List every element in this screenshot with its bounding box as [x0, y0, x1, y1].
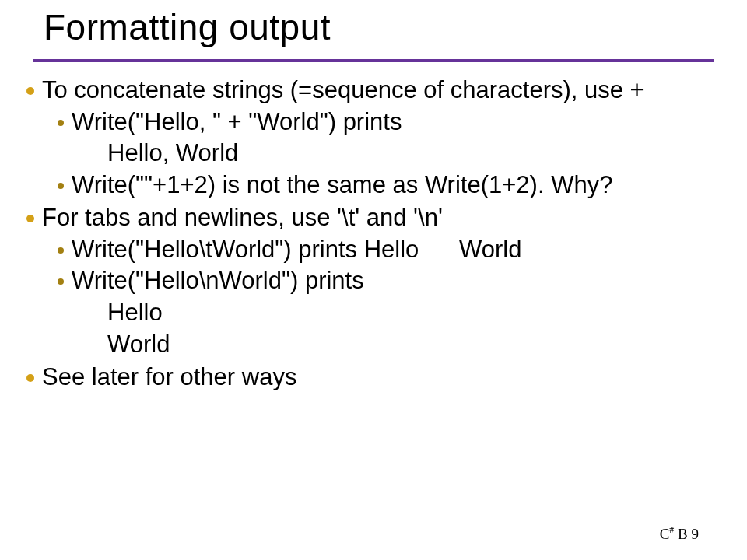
slide-content: To concatenate strings (=sequence of cha…	[0, 76, 747, 392]
slide: Formatting output To concatenate strings…	[0, 0, 747, 560]
bullet-level1: See later for other ways	[20, 363, 727, 392]
output-text: Hello, World	[107, 139, 727, 168]
bullet-icon	[58, 247, 64, 254]
bullet-level3: Hello	[20, 299, 727, 327]
bullet-level2: Write("Hello\nWorld") prints	[20, 267, 727, 296]
bullet-text: To concatenate strings (=sequence of cha…	[42, 76, 727, 105]
bullet-text-pre: Write("Hello\tWorld") prints Hello	[72, 236, 419, 263]
output-text: World	[107, 331, 727, 359]
bullet-level1: For tabs and newlines, use '\t' and '\n'	[20, 204, 727, 233]
divider	[33, 59, 714, 62]
output-text: Hello	[107, 299, 727, 327]
bullet-level2: Write("Hello, " + "World") prints	[20, 108, 727, 137]
bullet-icon	[26, 215, 34, 222]
bullet-level3: Hello, World	[20, 139, 727, 168]
bullet-text: Write("Hello, " + "World") prints	[72, 108, 727, 137]
bullet-icon	[26, 374, 34, 382]
bullet-level3: World	[20, 331, 727, 359]
bullet-icon	[58, 183, 64, 189]
bullet-text: See later for other ways	[42, 363, 727, 392]
slide-title: Formatting output	[0, 0, 747, 59]
footer-hash: #	[669, 524, 674, 535]
bullet-text-post: World	[459, 236, 521, 263]
bullet-text: Write("Hello\tWorld") prints HelloWorld	[72, 236, 727, 264]
bullet-level2: Write("Hello\tWorld") prints HelloWorld	[20, 236, 727, 264]
bullet-level1: To concatenate strings (=sequence of cha…	[20, 76, 727, 105]
footer-left: C	[660, 526, 670, 542]
footer-right: B 9	[674, 526, 699, 542]
bullet-icon	[58, 120, 64, 126]
bullet-text: Write("Hello\nWorld") prints	[72, 267, 727, 296]
bullet-icon	[58, 278, 64, 285]
slide-footer: C# B 9	[660, 525, 699, 543]
bullet-text: For tabs and newlines, use '\t' and '\n'	[42, 204, 727, 233]
bullet-text: Write(""+1+2) is not the same as Write(1…	[72, 171, 727, 200]
bullet-level2: Write(""+1+2) is not the same as Write(1…	[20, 171, 727, 200]
tab-space	[419, 236, 459, 263]
bullet-icon	[26, 87, 34, 95]
